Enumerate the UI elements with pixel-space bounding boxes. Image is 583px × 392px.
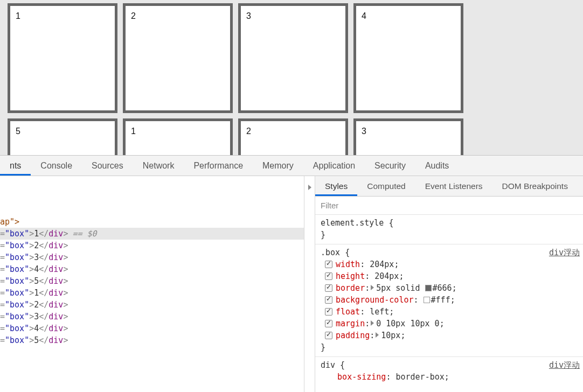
box-rule[interactable]: div浮动 .box { width: 204px;height: 204px;…: [315, 244, 583, 357]
tab-elements[interactable]: nts: [0, 156, 31, 176]
styles-filter-row: [315, 197, 583, 215]
tab-audits[interactable]: Audits: [415, 156, 459, 176]
color-swatch-icon[interactable]: [424, 297, 430, 303]
box-2a: 2: [123, 3, 233, 113]
box-3a: 3: [238, 3, 348, 113]
chevron-right-icon: [308, 185, 311, 190]
css-declaration[interactable]: width: 204px;: [321, 258, 578, 270]
devtools-panels: ap"> ="box">1</div>== $0="box">2</div>="…: [0, 176, 583, 392]
css-declaration[interactable]: background-color: #fff;: [321, 294, 578, 306]
decl-toggle[interactable]: [325, 320, 332, 327]
tab-performance[interactable]: Performance: [184, 156, 253, 176]
element-style-rule[interactable]: element.style { }: [315, 215, 583, 244]
tab-security[interactable]: Security: [365, 156, 415, 176]
css-declaration[interactable]: float: left;: [321, 306, 578, 318]
tab-computed[interactable]: Computed: [357, 176, 415, 196]
tab-dom-breakpoints[interactable]: DOM Breakpoints: [492, 176, 578, 196]
tab-sources[interactable]: Sources: [82, 156, 133, 176]
dom-node[interactable]: ="box">1</div>: [0, 287, 304, 299]
dom-node[interactable]: ="box">3</div>: [0, 311, 304, 323]
div-rule-source-link[interactable]: div浮动: [549, 359, 580, 371]
dom-node[interactable]: ="box">2</div>: [0, 240, 304, 251]
decl-toggle[interactable]: [325, 284, 332, 292]
styles-body: element.style { } div浮动 .box { width: 20…: [315, 215, 583, 392]
div-rule-decl[interactable]: box-sizing: border-box;: [321, 371, 578, 383]
tab-console[interactable]: Console: [31, 156, 82, 176]
styles-panel: Styles Computed Event Listeners DOM Brea…: [315, 176, 583, 392]
dom-node[interactable]: ="box">5</div>: [0, 275, 304, 287]
dom-node[interactable]: ="box">1</div>== $0: [0, 228, 304, 240]
expand-icon[interactable]: [376, 332, 379, 338]
decl-toggle[interactable]: [325, 261, 332, 268]
devtools-tabbar: nts Console Sources Network Performance …: [0, 156, 583, 176]
box-1a: 1: [8, 3, 117, 113]
box-3b: 3: [353, 118, 463, 155]
side-tabbar: Styles Computed Event Listeners DOM Brea…: [315, 176, 583, 197]
color-swatch-icon[interactable]: [425, 285, 432, 291]
dom-node[interactable]: ="box">4</div>: [0, 263, 304, 275]
rendered-page: 1 2 3 4 5 1 2 3 4 5: [0, 0, 583, 155]
box-wrap: 1 2 3 4 5 1 2 3 4 5: [8, 3, 583, 155]
css-declaration[interactable]: border:5px solid #666;: [321, 282, 578, 294]
box-4a: 4: [353, 3, 463, 113]
css-declaration[interactable]: padding:10px;: [321, 330, 578, 341]
expand-icon[interactable]: [371, 285, 374, 290]
box-5a: 5: [8, 118, 117, 155]
dom-node[interactable]: ="box">5</div>: [0, 334, 304, 346]
panel-splitter[interactable]: [304, 176, 315, 392]
decl-toggle[interactable]: [325, 332, 332, 339]
div-rule[interactable]: div浮动 div { box-sizing: border-box;: [315, 357, 583, 386]
wrap-node[interactable]: ap">: [0, 216, 304, 228]
dom-node[interactable]: ="box">3</div>: [0, 251, 304, 263]
expand-icon[interactable]: [371, 320, 374, 326]
dom-node[interactable]: ="box">2</div>: [0, 299, 304, 311]
tab-styles[interactable]: Styles: [315, 176, 357, 196]
devtools: nts Console Sources Network Performance …: [0, 155, 583, 392]
decl-toggle[interactable]: [325, 296, 332, 304]
tab-application[interactable]: Application: [303, 156, 365, 176]
dom-node[interactable]: ="box">4</div>: [0, 323, 304, 334]
elements-panel[interactable]: ap"> ="box">1</div>== $0="box">2</div>="…: [0, 176, 304, 392]
styles-filter-input[interactable]: [315, 197, 583, 214]
tab-event-listeners[interactable]: Event Listeners: [415, 176, 492, 196]
tab-network[interactable]: Network: [133, 156, 184, 176]
decl-toggle[interactable]: [325, 308, 332, 316]
tab-memory[interactable]: Memory: [253, 156, 303, 176]
box-2b: 2: [238, 118, 348, 155]
css-declaration[interactable]: height: 204px;: [321, 270, 578, 282]
box-rule-source-link[interactable]: div浮动: [549, 247, 580, 258]
css-declaration[interactable]: margin:0 10px 10px 0;: [321, 318, 578, 330]
box-1b: 1: [123, 118, 233, 155]
decl-toggle[interactable]: [325, 272, 332, 280]
